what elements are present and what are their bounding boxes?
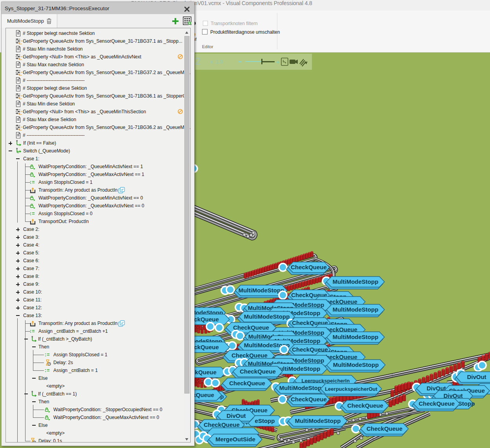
svg-text:eStopp: eStopp <box>255 417 275 424</box>
svg-text:CheckQueue: CheckQueue <box>240 368 276 375</box>
svg-text:CheckQueue: CheckQueue <box>419 400 455 407</box>
svg-text:MultiModeStopp: MultiModeStopp <box>244 313 290 320</box>
svg-text:MultiModeStopp: MultiModeStopp <box>333 361 379 368</box>
svg-text:CheckQueue: CheckQueue <box>231 352 268 359</box>
svg-text:CheckQueue: CheckQueue <box>233 324 269 331</box>
svg-text:CheckQueue: CheckQueue <box>229 380 265 386</box>
svg-text:MergeOutSide: MergeOutSide <box>215 436 255 443</box>
svg-text:MultiModeStopp: MultiModeStopp <box>279 385 325 391</box>
svg-text:MultiModeStopp: MultiModeStopp <box>295 417 341 424</box>
svg-text:DivOut: DivOut <box>226 412 246 419</box>
svg-text:MultiModeStopp: MultiModeStopp <box>239 287 284 294</box>
svg-text:LeerpuckspeicherOut: LeerpuckspeicherOut <box>325 386 377 392</box>
svg-text:CheckQueue: CheckQueue <box>204 421 240 428</box>
svg-text:DivOut: DivOut <box>467 374 486 380</box>
svg-text:CheckQueue: CheckQueue <box>291 264 327 270</box>
svg-text:MultiModeStopp: MultiModeStopp <box>333 334 379 340</box>
svg-text:CheckQueue: CheckQueue <box>291 396 327 403</box>
svg-text:MultiModeStopp: MultiModeStopp <box>333 278 379 285</box>
svg-text:CheckQueue: CheckQueue <box>347 402 383 409</box>
svg-text:MultiModeStopp: MultiModeStopp <box>333 306 379 313</box>
svg-text:CheckQueue: CheckQueue <box>366 425 403 432</box>
